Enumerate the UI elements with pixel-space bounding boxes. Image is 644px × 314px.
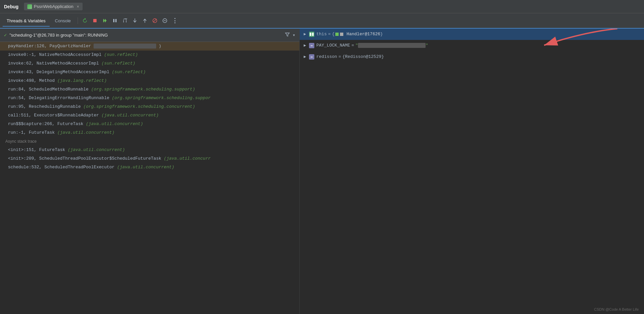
toolbar: Threads & Variables Console (0, 13, 644, 29)
async-frame-0[interactable]: <init>:151, FutureTask (java.util.concur… (0, 146, 299, 154)
stack-frame-6[interactable]: run:54, DelegatingErrorHandlingRunnable … (0, 94, 299, 102)
stack-frame-2[interactable]: invoke:62, NativeMethodAccessorImpl (sun… (0, 59, 299, 68)
variable-pay-lock-name[interactable]: ▶ ∞ PAY_LOCK_NAME = " " (300, 40, 644, 51)
paylock-var-name: PAY_LOCK_NAME (316, 43, 350, 48)
right-panel: ▶ this = { Handler@17626} ▶ ∞ PAY_LOCK_N… (300, 29, 644, 314)
toolbar-separator (78, 17, 78, 24)
async-frame-2[interactable]: schedule:532, ScheduledThreadPoolExecuto… (0, 163, 299, 172)
thread-controls: ▾ (285, 32, 295, 39)
resume-button[interactable] (101, 16, 109, 25)
expand-redisson-icon[interactable]: ▶ (304, 54, 309, 59)
step-over-button[interactable] (121, 16, 129, 25)
debug-label: Debug (4, 4, 19, 9)
mute-breakpoints-button[interactable] (151, 16, 159, 25)
paylock-var-equals: = (351, 43, 354, 48)
thread-header: ✓ "scheduling-1"@26,783 in group "main":… (0, 29, 299, 42)
more-options-icon: ⋮ (172, 17, 178, 24)
stack-frame-5[interactable]: run:84, ScheduledMethodRunnable (org.spr… (0, 85, 299, 94)
step-into-button[interactable] (131, 16, 139, 25)
close-tab-button[interactable]: × (77, 4, 79, 9)
thread-name: "scheduling-1"@26,783 in group "main": R… (9, 33, 108, 38)
svg-marker-2 (105, 19, 107, 23)
step-out-button[interactable] (141, 16, 149, 25)
stack-frame-3[interactable]: invoke:43, DelegatingMethodAccessorImpl … (0, 68, 299, 77)
pause-button[interactable] (111, 16, 119, 25)
svg-marker-1 (103, 19, 105, 23)
tab-console[interactable]: Console (51, 16, 75, 27)
thread-dropdown-icon[interactable]: ▾ (293, 32, 295, 38)
svg-rect-0 (93, 19, 97, 22)
stack-list[interactable]: payHandler:126, PayQuartzHandler ) invok… (0, 42, 299, 314)
more-options-button[interactable]: ⋮ (170, 16, 179, 25)
stack-frame-4[interactable]: invoke:498, Method (java.lang.reflect) (0, 77, 299, 85)
tab-threads-variables[interactable]: Threads & Variables (3, 16, 50, 27)
this-var-icon (309, 32, 314, 37)
variables-list[interactable]: ▶ this = { Handler@17626} ▶ ∞ PAY_LOCK_N… (300, 29, 644, 314)
filter-icon[interactable] (285, 32, 290, 39)
main-content: ✓ "scheduling-1"@26,783 in group "main":… (0, 29, 644, 314)
this-var-name: this (316, 32, 327, 37)
app-tab-label: PssnWebApplication (34, 4, 74, 9)
svg-line-10 (153, 19, 157, 22)
svg-rect-14 (310, 33, 311, 36)
svg-rect-4 (115, 19, 117, 22)
footer-credit: CSDN @Code A Better Life (594, 307, 639, 311)
redisson-var-value: {Redisson@12529} (342, 54, 384, 59)
thread-info: ✓ "scheduling-1"@26,783 in group "main":… (4, 32, 108, 38)
async-section-header: Async stack trace (0, 137, 299, 146)
paylock-var-value: " " (355, 43, 428, 48)
stop-button[interactable] (91, 16, 99, 25)
stack-frame-0[interactable]: payHandler:126, PayQuartzHandler ) (0, 42, 299, 51)
stack-frame-7[interactable]: run:95, ReschedulingRunnable (org.spring… (0, 102, 299, 111)
stack-frame-10[interactable]: run:-1, FutureTask (java.util.concurrent… (0, 128, 299, 137)
stack-frame-8[interactable]: call:511, Executors$RunnableAdapter (jav… (0, 111, 299, 120)
clear-button[interactable] (161, 16, 169, 25)
app-tab[interactable]: PssnWebApplication × (24, 3, 83, 10)
redisson-var-equals: = (338, 54, 341, 59)
this-var-equals: = (328, 32, 331, 37)
variable-redisson[interactable]: ▶ ∞ redisson = {Redisson@12529} (300, 51, 644, 63)
svg-rect-3 (113, 19, 115, 22)
stack-frame-9[interactable]: run$$$capture:266, FutureTask (java.util… (0, 120, 299, 128)
this-var-value: { Handler@17626} (332, 32, 383, 37)
app-tab-icon (27, 4, 32, 9)
field-var-icon-redisson: ∞ (309, 54, 314, 60)
variable-this[interactable]: ▶ this = { Handler@17626} (300, 29, 644, 40)
async-frame-1[interactable]: <init>:209, ScheduledThreadPoolExecutor$… (0, 154, 299, 163)
left-panel: ✓ "scheduling-1"@26,783 in group "main":… (0, 29, 300, 314)
title-bar: Debug PssnWebApplication × (0, 0, 644, 13)
expand-paylock-icon[interactable]: ▶ (304, 43, 309, 48)
thread-running-icon: ✓ (4, 32, 7, 38)
field-var-icon-paylock: ∞ (309, 43, 314, 48)
stack-frame-1[interactable]: invoke0:-1, NativeMethodAccessorImpl (su… (0, 51, 299, 59)
expand-this-icon[interactable]: ▶ (304, 32, 309, 37)
rerun-button[interactable] (81, 16, 89, 25)
redisson-var-name: redisson (316, 54, 337, 59)
svg-rect-15 (312, 33, 314, 36)
